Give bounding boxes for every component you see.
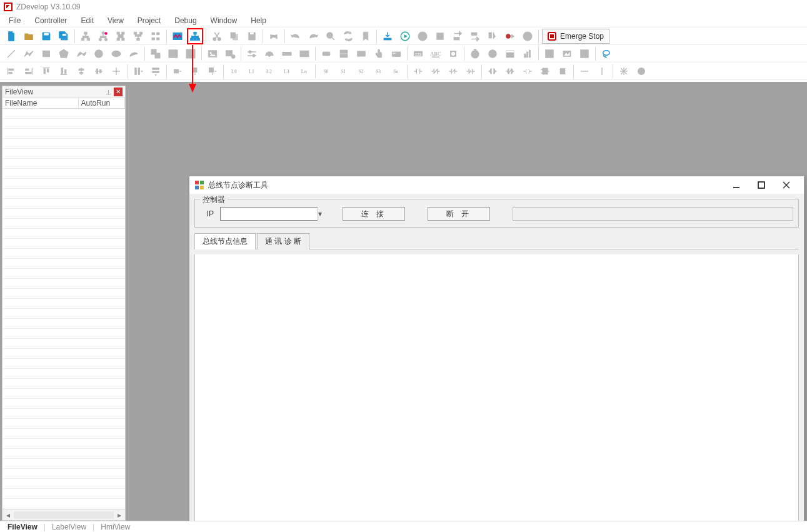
bookmark-icon[interactable] bbox=[358, 29, 373, 44]
tab-node-info[interactable]: 总线节点信息 bbox=[194, 233, 256, 249]
tool-progress-icon[interactable] bbox=[279, 46, 294, 61]
dist-1-icon[interactable] bbox=[131, 64, 146, 79]
tab-comm-diag[interactable]: 通 讯 诊 断 bbox=[257, 233, 309, 249]
stop-icon[interactable] bbox=[433, 29, 448, 44]
tool-abc-icon[interactable]: ABC bbox=[428, 46, 443, 61]
tool-group-icon[interactable] bbox=[148, 46, 163, 61]
find-icon[interactable] bbox=[323, 29, 338, 44]
align-4-icon[interactable] bbox=[56, 64, 71, 79]
step3-icon[interactable] bbox=[485, 29, 500, 44]
func-block-icon[interactable] bbox=[538, 64, 553, 79]
lbl-l1-icon[interactable]: L1 bbox=[244, 64, 259, 79]
scroll-left-icon[interactable]: ◂ bbox=[3, 511, 14, 519]
bus-diag-icon[interactable] bbox=[188, 29, 203, 44]
tool-table-icon[interactable] bbox=[166, 46, 181, 61]
step-over-icon[interactable] bbox=[520, 29, 535, 44]
run-icon[interactable] bbox=[398, 29, 413, 44]
scroll-h[interactable]: ◂ ▸ bbox=[3, 509, 125, 520]
tool-timer-icon[interactable] bbox=[468, 46, 483, 61]
menu-edit[interactable]: Edit bbox=[74, 15, 100, 26]
lbl-sn-icon[interactable]: Sn bbox=[389, 64, 404, 79]
tool-touch-icon[interactable] bbox=[371, 46, 386, 61]
tool-cal-icon[interactable] bbox=[503, 46, 518, 61]
tool-button-icon[interactable] bbox=[319, 46, 334, 61]
ip-input[interactable] bbox=[221, 208, 318, 220]
open-icon[interactable] bbox=[21, 29, 36, 44]
lbl-s0-icon[interactable]: S0 bbox=[319, 64, 334, 79]
coil-3-icon[interactable]: { } bbox=[520, 64, 535, 79]
tool-circle-icon[interactable] bbox=[91, 46, 106, 61]
tool-txt-icon[interactable]: T bbox=[542, 46, 557, 61]
tool-ellipse-icon[interactable] bbox=[109, 46, 124, 61]
list-row[interactable] bbox=[3, 109, 125, 119]
col-filename[interactable]: FileName bbox=[3, 98, 79, 108]
undo-icon[interactable] bbox=[288, 29, 303, 44]
download-icon[interactable] bbox=[380, 29, 395, 44]
vline-icon[interactable] bbox=[594, 64, 609, 79]
minimize-icon[interactable] bbox=[724, 178, 749, 193]
new-file-icon[interactable] bbox=[4, 29, 19, 44]
contact-1-icon[interactable] bbox=[411, 64, 426, 79]
tool-arc-icon[interactable] bbox=[126, 46, 141, 61]
contact-4-icon[interactable] bbox=[463, 64, 478, 79]
size-2-icon[interactable] bbox=[188, 64, 203, 79]
replace-icon[interactable] bbox=[341, 29, 356, 44]
size-1-icon[interactable] bbox=[170, 64, 185, 79]
scroll-right-icon[interactable]: ▸ bbox=[114, 511, 125, 519]
disconnect-button[interactable]: 断 开 bbox=[428, 207, 490, 221]
net2-icon[interactable] bbox=[131, 29, 146, 44]
menu-help[interactable]: Help bbox=[244, 15, 273, 26]
tree2-icon[interactable] bbox=[96, 29, 111, 44]
ip-combo[interactable]: ▾ bbox=[220, 207, 318, 221]
scope-icon[interactable] bbox=[170, 29, 185, 44]
tool-btn2-icon[interactable] bbox=[336, 46, 351, 61]
print-icon[interactable] bbox=[266, 29, 281, 44]
close-panel-icon[interactable]: ✕ bbox=[114, 88, 123, 96]
step2-icon[interactable] bbox=[468, 29, 483, 44]
pause-icon[interactable] bbox=[415, 29, 430, 44]
maximize-icon[interactable] bbox=[749, 178, 774, 193]
tool-img2-icon[interactable] bbox=[559, 46, 574, 61]
func-block2-icon[interactable] bbox=[555, 64, 570, 79]
tool-polygon-icon[interactable] bbox=[56, 46, 71, 61]
step1-icon[interactable] bbox=[450, 29, 465, 44]
lbl-s3-icon[interactable]: S3 bbox=[371, 64, 386, 79]
tool-clock-icon[interactable] bbox=[485, 46, 500, 61]
menu-controller[interactable]: Controller bbox=[28, 15, 73, 26]
lbl-s1-icon[interactable]: S1 bbox=[336, 64, 351, 79]
lbl-l2-icon[interactable]: L2 bbox=[262, 64, 277, 79]
tool-rect-icon[interactable] bbox=[39, 46, 54, 61]
dist-2-icon[interactable] bbox=[148, 64, 163, 79]
connect-button[interactable]: 连 接 bbox=[343, 207, 405, 221]
lbl-l0-icon[interactable]: L0 bbox=[227, 64, 242, 79]
snow-icon[interactable] bbox=[616, 64, 631, 79]
tool-gauge-icon[interactable] bbox=[262, 46, 277, 61]
breakpoint-icon[interactable] bbox=[503, 29, 518, 44]
size-3-icon[interactable] bbox=[205, 64, 220, 79]
copy-icon[interactable] bbox=[227, 29, 242, 44]
btab-labelview[interactable]: LabelView bbox=[47, 521, 91, 533]
close-icon[interactable] bbox=[774, 178, 799, 193]
tool-lamp-icon[interactable] bbox=[446, 46, 461, 61]
snow2-icon[interactable] bbox=[634, 64, 649, 79]
col-autorun[interactable]: AutoRun bbox=[79, 98, 125, 108]
net3-icon[interactable] bbox=[148, 29, 163, 44]
hline-icon[interactable] bbox=[577, 64, 592, 79]
save-all-icon[interactable] bbox=[56, 29, 71, 44]
tool-number-icon[interactable]: 123 bbox=[297, 46, 312, 61]
lbl-ln-icon[interactable]: Ln bbox=[297, 64, 312, 79]
contact-2-icon[interactable] bbox=[428, 64, 443, 79]
save-icon[interactable] bbox=[39, 29, 54, 44]
menu-view[interactable]: View bbox=[101, 15, 130, 26]
lbl-l3-icon[interactable]: L3 bbox=[279, 64, 294, 79]
tool-slider-icon[interactable] bbox=[244, 46, 259, 61]
tool-line-icon[interactable] bbox=[4, 46, 19, 61]
btab-hmiview[interactable]: HmiView bbox=[96, 521, 135, 533]
align-1-icon[interactable] bbox=[4, 64, 19, 79]
align-7-icon[interactable] bbox=[109, 64, 124, 79]
tool-win-icon[interactable] bbox=[577, 46, 592, 61]
menu-file[interactable]: File bbox=[3, 15, 27, 26]
menu-window[interactable]: Window bbox=[204, 15, 244, 26]
tool-lasso-icon[interactable] bbox=[599, 46, 614, 61]
net1-icon[interactable] bbox=[113, 29, 128, 44]
